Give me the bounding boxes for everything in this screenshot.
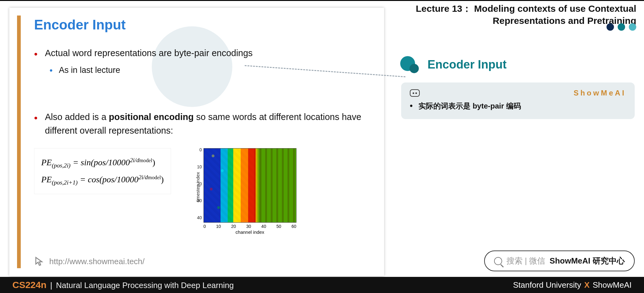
slide-bullets: Actual word representations are byte-pai… — [34, 47, 372, 76]
brand-label: ShowMeAI — [574, 89, 626, 97]
robot-icon — [410, 89, 420, 97]
bullet-1-text: Actual word representations are byte-pai… — [45, 48, 253, 58]
f1-close: ) — [152, 158, 155, 167]
translation-card: ShowMeAI 实际的词表示是 byte-pair 编码 — [401, 82, 635, 119]
ytick-0: 0 — [199, 147, 202, 152]
f2-sub: (pos,2i+1) — [52, 179, 77, 185]
decor-dots — [607, 23, 636, 31]
footer-url[interactable]: http://www.showmeai.tech/ — [49, 257, 145, 266]
right-column: Lecture 13： Modeling contexts of use Con… — [396, 0, 641, 119]
heatmap-xaxis: 0 10 20 30 40 50 60 — [204, 223, 296, 229]
cursor-icon — [34, 256, 45, 267]
x-separator: X — [584, 280, 589, 290]
dot-teal-icon — [618, 23, 625, 31]
xtick-40: 40 — [261, 224, 266, 229]
xtick-20: 20 — [231, 224, 236, 229]
card-header: ShowMeAI — [410, 89, 626, 97]
bullet-1-sub: As in last lecture — [45, 64, 372, 77]
bottom-left: CS224n | Natural Language Processing wit… — [12, 280, 234, 290]
heatmap-xlabel: channel index — [204, 229, 296, 235]
bottom-bar: CS224n | Natural Language Processing wit… — [0, 277, 644, 293]
search-label: 搜索 | 微信 — [506, 255, 545, 266]
f2-supmodel: model — [148, 174, 161, 180]
slide-panel: Encoder Input Actual word representation… — [9, 8, 384, 276]
course-code: CS224n — [12, 280, 46, 290]
university: Stanford University — [513, 280, 581, 290]
ytick-40: 40 — [197, 215, 202, 220]
formula-sin: PE(pos,2i) = sin(pos/100002i/dmodel) — [41, 154, 164, 171]
xtick-30: 30 — [246, 224, 251, 229]
heatmap-yaxis: 0 10 20 30 40 timestep index — [186, 148, 204, 225]
heatmap-ylabel: timestep index — [195, 172, 200, 202]
bullet-2-pre: Also added is a — [45, 112, 109, 122]
bullet-2-bold: positional encoding — [109, 112, 194, 122]
pe-heatmap — [204, 148, 296, 223]
f1-sub: (pos,2i) — [52, 162, 70, 169]
slide-bullets-2: Also added is a positional encoding so s… — [34, 110, 372, 137]
formula-cos: PE(pos,2i+1) = cos(pos/100002i/dmodel) — [41, 171, 164, 188]
course-name: Natural Language Processing with Deep Le… — [56, 281, 234, 290]
f1-supmodel: model — [139, 158, 152, 163]
dot-navy-icon — [607, 23, 614, 31]
bullet-2: Also added is a positional encoding so s… — [34, 110, 372, 137]
f1-lhs: PE — [41, 158, 52, 167]
pipe: | — [50, 281, 52, 290]
xtick-10: 10 — [216, 224, 221, 229]
ytick-10: 10 — [197, 164, 202, 169]
search-pill[interactable]: 搜索 | 微信 ShowMeAI 研究中心 — [484, 251, 635, 271]
bottom-right: Stanford University X ShowMeAI — [513, 280, 632, 290]
section-header: Encoder Input — [396, 56, 641, 73]
formula-block: PE(pos,2i) = sin(pos/100002i/dmodel) PE(… — [34, 148, 372, 235]
f1-sup: 2i/d — [130, 157, 139, 163]
pe-formulas: PE(pos,2i) = sin(pos/100002i/dmodel) PE(… — [34, 148, 171, 194]
f2-lhs: PE — [41, 175, 52, 184]
f2-eq: = cos(pos/10000 — [78, 175, 138, 184]
f1-eq: = sin(pos/10000 — [71, 158, 130, 167]
org-name: ShowMeAI — [593, 280, 632, 290]
search-icon — [494, 257, 502, 265]
dot-light-icon — [629, 23, 636, 31]
f2-close: ) — [161, 175, 164, 184]
blob-icon — [400, 56, 422, 73]
xtick-60: 60 — [291, 224, 296, 229]
f2-sup: 2i/d — [138, 174, 148, 180]
slide-footer: http://www.showmeai.tech/ — [34, 256, 145, 267]
bullet-1: Actual word representations are byte-pai… — [34, 47, 372, 76]
lecture-title: Lecture 13： Modeling contexts of use Con… — [396, 0, 641, 27]
card-bullet: 实际的词表示是 byte-pair 编码 — [410, 101, 626, 111]
heatmap-container: 0 10 20 30 40 timestep index 0 10 20 30 … — [186, 148, 301, 235]
search-strong: ShowMeAI 研究中心 — [550, 255, 625, 266]
slide-title: Encoder Input — [34, 17, 372, 33]
xtick-50: 50 — [276, 224, 281, 229]
xtick-0: 0 — [204, 224, 206, 229]
section-title: Encoder Input — [427, 58, 506, 71]
